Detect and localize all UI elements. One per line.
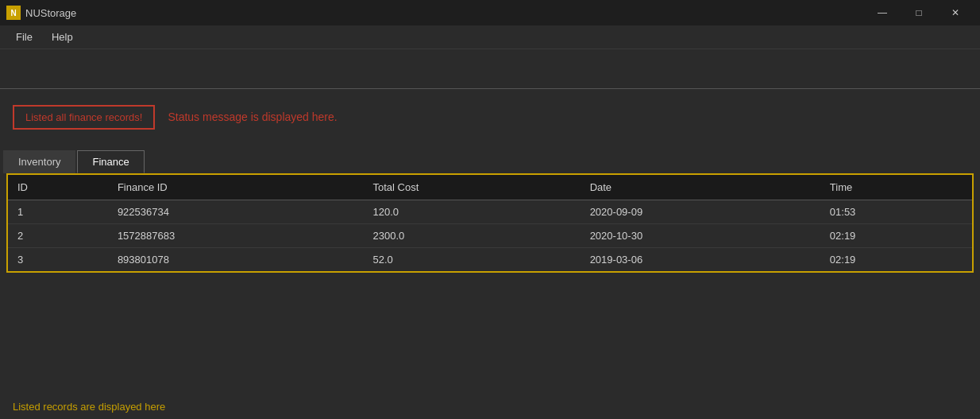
table-header-row: ID Finance ID Total Cost Date Time [7,174,973,200]
window-controls: — □ ✕ [864,0,974,25]
cell-date: 2020-10-30 [581,224,820,248]
table-row: 389380107852.02019-03-0602:19 [7,248,973,273]
cell-time: 02:19 [820,248,973,273]
toolbar-area [0,49,980,89]
col-header-time: Time [820,174,973,200]
cell-total_cost: 52.0 [363,248,580,273]
tab-finance[interactable]: Finance [77,150,144,173]
cell-finance_id: 922536734 [108,200,364,224]
tab-inventory[interactable]: Inventory [3,150,75,173]
cell-time: 01:53 [820,200,973,224]
cell-finance_id: 1572887683 [108,224,364,248]
list-finance-button[interactable]: Listed all finance records! [13,105,155,130]
finance-table: ID Finance ID Total Cost Date Time 19225… [6,173,974,273]
table-row: 215728876832300.02020-10-3002:19 [7,224,973,248]
table-row: 1922536734120.02020-09-0901:53 [7,200,973,224]
close-button[interactable]: ✕ [937,0,974,25]
footer-status-label: Listed records are displayed here [13,401,165,413]
tab-bar: Inventory Finance [0,145,980,173]
cell-finance_id: 893801078 [108,248,364,273]
col-header-id: ID [7,174,108,200]
footer-status: Listed records are displayed here [0,394,980,419]
app-title: NUStorage [25,7,864,19]
cell-date: 2020-09-09 [581,200,820,224]
col-header-date: Date [581,174,820,200]
cell-time: 02:19 [820,224,973,248]
menu-help[interactable]: Help [42,28,83,46]
cell-id: 2 [7,224,108,248]
maximize-button[interactable]: □ [901,0,937,25]
cell-id: 1 [7,200,108,224]
status-area: Listed all finance records! Status messa… [0,89,980,145]
cell-id: 3 [7,248,108,273]
menu-file[interactable]: File [6,28,42,46]
app-icon: N [6,6,21,20]
col-header-finance-id: Finance ID [108,174,364,200]
cell-total_cost: 120.0 [363,200,580,224]
col-header-total-cost: Total Cost [363,174,580,200]
status-message: Status message is displayed here. [168,111,337,123]
cell-total_cost: 2300.0 [363,224,580,248]
table-container: ID Finance ID Total Cost Date Time 19225… [0,173,980,394]
menu-bar: File Help [0,25,980,49]
cell-date: 2019-03-06 [581,248,820,273]
title-bar: N NUStorage — □ ✕ [0,0,980,25]
minimize-button[interactable]: — [864,0,901,25]
